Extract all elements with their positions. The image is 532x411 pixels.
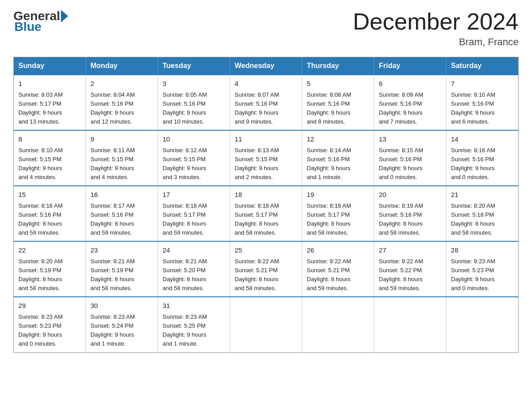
- calendar-cell: [446, 297, 519, 352]
- day-info: Sunrise: 8:17 AM Sunset: 5:16 PM Dayligh…: [90, 201, 153, 238]
- day-info: Sunrise: 8:20 AM Sunset: 5:19 PM Dayligh…: [18, 257, 81, 293]
- day-info: Sunrise: 8:23 AM Sunset: 5:24 PM Dayligh…: [90, 313, 153, 349]
- calendar-cell: 8Sunrise: 8:10 AM Sunset: 5:15 PM Daylig…: [14, 130, 86, 186]
- column-header-friday: Friday: [374, 57, 446, 75]
- calendar-cell: 11Sunrise: 8:13 AM Sunset: 5:15 PM Dayli…: [230, 130, 302, 186]
- day-info: Sunrise: 8:03 AM Sunset: 5:17 PM Dayligh…: [18, 90, 81, 127]
- day-info: Sunrise: 8:11 AM Sunset: 5:15 PM Dayligh…: [90, 146, 153, 182]
- day-info: Sunrise: 8:10 AM Sunset: 5:16 PM Dayligh…: [451, 90, 514, 127]
- calendar-cell: 9Sunrise: 8:11 AM Sunset: 5:15 PM Daylig…: [86, 130, 158, 186]
- logo: General Blue: [13, 9, 69, 34]
- calendar-cell: 20Sunrise: 8:19 AM Sunset: 5:18 PM Dayli…: [374, 186, 446, 241]
- week-row-2: 8Sunrise: 8:10 AM Sunset: 5:15 PM Daylig…: [14, 130, 519, 186]
- calendar-cell: 27Sunrise: 8:22 AM Sunset: 5:22 PM Dayli…: [374, 241, 446, 297]
- header-row: SundayMondayTuesdayWednesdayThursdayFrid…: [14, 57, 519, 75]
- week-row-4: 22Sunrise: 8:20 AM Sunset: 5:19 PM Dayli…: [14, 241, 519, 297]
- calendar-cell: 28Sunrise: 8:23 AM Sunset: 5:23 PM Dayli…: [446, 241, 519, 297]
- day-info: Sunrise: 8:04 AM Sunset: 5:16 PM Dayligh…: [90, 90, 153, 127]
- day-number: 24: [163, 245, 225, 256]
- day-info: Sunrise: 8:05 AM Sunset: 5:16 PM Dayligh…: [163, 90, 225, 127]
- day-info: Sunrise: 8:23 AM Sunset: 5:25 PM Dayligh…: [163, 313, 225, 349]
- day-number: 23: [90, 245, 153, 256]
- day-number: 9: [90, 134, 153, 145]
- calendar-cell: 3Sunrise: 8:05 AM Sunset: 5:16 PM Daylig…: [158, 75, 230, 130]
- day-info: Sunrise: 8:21 AM Sunset: 5:19 PM Dayligh…: [90, 257, 153, 293]
- day-number: 2: [90, 79, 153, 89]
- column-header-monday: Monday: [86, 57, 158, 75]
- calendar-cell: 1Sunrise: 8:03 AM Sunset: 5:17 PM Daylig…: [14, 75, 86, 130]
- calendar-cell: 21Sunrise: 8:20 AM Sunset: 5:18 PM Dayli…: [446, 186, 519, 241]
- day-info: Sunrise: 8:13 AM Sunset: 5:15 PM Dayligh…: [235, 146, 297, 182]
- logo-arrow-icon: [61, 10, 68, 22]
- logo-blue: Blue: [14, 20, 42, 34]
- day-info: Sunrise: 8:19 AM Sunset: 5:18 PM Dayligh…: [379, 201, 442, 238]
- calendar-cell: 19Sunrise: 8:19 AM Sunset: 5:17 PM Dayli…: [302, 186, 374, 241]
- day-info: Sunrise: 8:16 AM Sunset: 5:16 PM Dayligh…: [18, 201, 81, 238]
- day-info: Sunrise: 8:12 AM Sunset: 5:15 PM Dayligh…: [163, 146, 225, 182]
- page-header: General Blue December 2024 Bram, France: [13, 9, 519, 48]
- day-number: 30: [90, 301, 153, 311]
- week-row-5: 29Sunrise: 8:23 AM Sunset: 5:23 PM Dayli…: [14, 297, 519, 352]
- calendar-cell: 14Sunrise: 8:16 AM Sunset: 5:16 PM Dayli…: [446, 130, 519, 186]
- calendar-cell: 30Sunrise: 8:23 AM Sunset: 5:24 PM Dayli…: [86, 297, 158, 352]
- calendar-cell: 29Sunrise: 8:23 AM Sunset: 5:23 PM Dayli…: [14, 297, 86, 352]
- day-info: Sunrise: 8:14 AM Sunset: 5:16 PM Dayligh…: [307, 146, 369, 182]
- calendar-cell: 23Sunrise: 8:21 AM Sunset: 5:19 PM Dayli…: [86, 241, 158, 297]
- column-header-sunday: Sunday: [14, 57, 86, 75]
- day-number: 12: [307, 134, 369, 145]
- day-info: Sunrise: 8:22 AM Sunset: 5:21 PM Dayligh…: [307, 257, 369, 293]
- calendar-cell: 18Sunrise: 8:18 AM Sunset: 5:17 PM Dayli…: [230, 186, 302, 241]
- day-number: 3: [163, 79, 225, 89]
- week-row-3: 15Sunrise: 8:16 AM Sunset: 5:16 PM Dayli…: [14, 186, 519, 241]
- day-info: Sunrise: 8:20 AM Sunset: 5:18 PM Dayligh…: [451, 201, 514, 238]
- day-number: 16: [90, 190, 153, 200]
- day-number: 5: [307, 79, 369, 89]
- day-number: 14: [451, 134, 514, 145]
- calendar-cell: [302, 297, 374, 352]
- day-number: 28: [451, 245, 514, 256]
- day-number: 8: [18, 134, 81, 145]
- calendar-cell: [374, 297, 446, 352]
- day-number: 11: [235, 134, 297, 145]
- day-info: Sunrise: 8:22 AM Sunset: 5:22 PM Dayligh…: [379, 257, 442, 293]
- day-info: Sunrise: 8:15 AM Sunset: 5:16 PM Dayligh…: [379, 146, 442, 182]
- calendar-cell: 15Sunrise: 8:16 AM Sunset: 5:16 PM Dayli…: [14, 186, 86, 241]
- day-number: 13: [379, 134, 442, 145]
- day-info: Sunrise: 8:07 AM Sunset: 5:16 PM Dayligh…: [235, 90, 297, 127]
- day-number: 29: [18, 301, 81, 311]
- day-info: Sunrise: 8:22 AM Sunset: 5:21 PM Dayligh…: [235, 257, 297, 293]
- calendar-cell: 13Sunrise: 8:15 AM Sunset: 5:16 PM Dayli…: [374, 130, 446, 186]
- day-number: 15: [18, 190, 81, 200]
- day-number: 21: [451, 190, 514, 200]
- day-number: 7: [451, 79, 514, 89]
- day-number: 1: [18, 79, 81, 89]
- calendar-cell: 6Sunrise: 8:09 AM Sunset: 5:16 PM Daylig…: [374, 75, 446, 130]
- title-section: December 2024 Bram, France: [353, 9, 519, 48]
- day-info: Sunrise: 8:21 AM Sunset: 5:20 PM Dayligh…: [163, 257, 225, 293]
- week-row-1: 1Sunrise: 8:03 AM Sunset: 5:17 PM Daylig…: [14, 75, 519, 130]
- day-number: 27: [379, 245, 442, 256]
- column-header-saturday: Saturday: [446, 57, 519, 75]
- day-number: 25: [235, 245, 297, 256]
- calendar-title: December 2024: [353, 9, 519, 34]
- calendar-cell: 10Sunrise: 8:12 AM Sunset: 5:15 PM Dayli…: [158, 130, 230, 186]
- column-header-wednesday: Wednesday: [230, 57, 302, 75]
- calendar-cell: 25Sunrise: 8:22 AM Sunset: 5:21 PM Dayli…: [230, 241, 302, 297]
- day-number: 4: [235, 79, 297, 89]
- calendar-cell: 2Sunrise: 8:04 AM Sunset: 5:16 PM Daylig…: [86, 75, 158, 130]
- column-header-tuesday: Tuesday: [158, 57, 230, 75]
- calendar-cell: 7Sunrise: 8:10 AM Sunset: 5:16 PM Daylig…: [446, 75, 519, 130]
- calendar-subtitle: Bram, France: [353, 36, 519, 48]
- day-info: Sunrise: 8:10 AM Sunset: 5:15 PM Dayligh…: [18, 146, 81, 182]
- day-number: 6: [379, 79, 442, 89]
- column-header-thursday: Thursday: [302, 57, 374, 75]
- day-info: Sunrise: 8:23 AM Sunset: 5:23 PM Dayligh…: [18, 313, 81, 349]
- day-number: 17: [163, 190, 225, 200]
- day-info: Sunrise: 8:18 AM Sunset: 5:17 PM Dayligh…: [163, 201, 225, 238]
- calendar-cell: 5Sunrise: 8:08 AM Sunset: 5:16 PM Daylig…: [302, 75, 374, 130]
- day-info: Sunrise: 8:16 AM Sunset: 5:16 PM Dayligh…: [451, 146, 514, 182]
- day-number: 31: [163, 301, 225, 311]
- calendar-cell: 16Sunrise: 8:17 AM Sunset: 5:16 PM Dayli…: [86, 186, 158, 241]
- calendar-cell: 17Sunrise: 8:18 AM Sunset: 5:17 PM Dayli…: [158, 186, 230, 241]
- calendar-cell: 4Sunrise: 8:07 AM Sunset: 5:16 PM Daylig…: [230, 75, 302, 130]
